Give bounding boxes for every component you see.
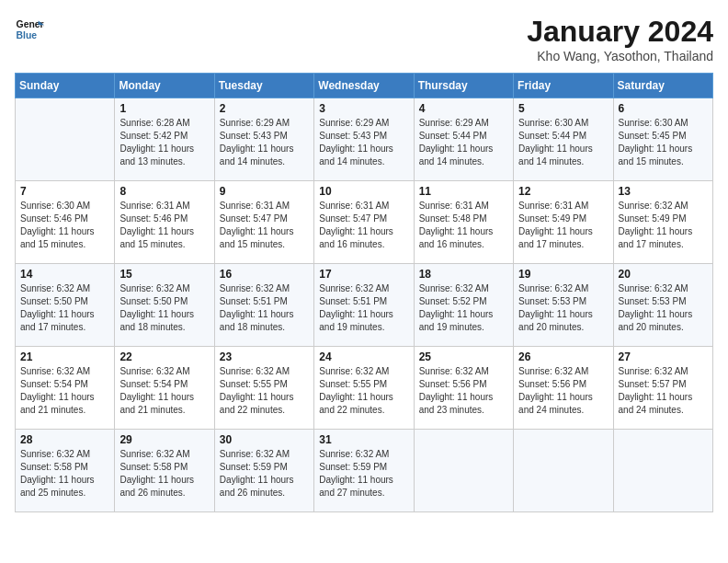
day-info: Sunrise: 6:30 AM Sunset: 5:44 PM Dayligh… <box>518 117 608 168</box>
day-number: 26 <box>518 350 608 363</box>
day-number: 21 <box>20 350 109 363</box>
calendar-day-cell: 12Sunrise: 6:31 AM Sunset: 5:49 PM Dayli… <box>514 181 613 264</box>
day-info: Sunrise: 6:31 AM Sunset: 5:47 PM Dayligh… <box>319 200 408 251</box>
calendar-day-cell: 25Sunrise: 6:32 AM Sunset: 5:56 PM Dayli… <box>414 347 513 430</box>
day-number: 11 <box>419 185 508 198</box>
day-number: 20 <box>619 268 708 281</box>
day-number: 2 <box>220 102 309 115</box>
day-info: Sunrise: 6:32 AM Sunset: 5:51 PM Dayligh… <box>220 282 309 334</box>
day-info: Sunrise: 6:32 AM Sunset: 5:49 PM Dayligh… <box>619 200 708 251</box>
weekday-header-saturday: Saturday <box>613 74 712 98</box>
day-info: Sunrise: 6:29 AM Sunset: 5:44 PM Dayligh… <box>419 117 508 168</box>
calendar-day-cell: 19Sunrise: 6:32 AM Sunset: 5:53 PM Dayli… <box>514 264 613 347</box>
day-number: 1 <box>119 102 209 115</box>
day-number: 22 <box>119 350 209 363</box>
day-info: Sunrise: 6:29 AM Sunset: 5:43 PM Dayligh… <box>220 117 309 168</box>
calendar-week-row: 14Sunrise: 6:32 AM Sunset: 5:50 PM Dayli… <box>16 264 713 347</box>
day-number: 8 <box>119 185 209 198</box>
day-number: 9 <box>220 185 309 198</box>
calendar-day-cell: 28Sunrise: 6:32 AM Sunset: 5:58 PM Dayli… <box>16 430 115 512</box>
day-number: 24 <box>319 350 408 363</box>
weekday-header-row: SundayMondayTuesdayWednesdayThursdayFrid… <box>16 74 713 98</box>
calendar-day-cell: 10Sunrise: 6:31 AM Sunset: 5:47 PM Dayli… <box>314 181 414 264</box>
day-number: 15 <box>119 268 209 281</box>
day-info: Sunrise: 6:29 AM Sunset: 5:43 PM Dayligh… <box>319 117 408 168</box>
day-number: 4 <box>419 102 508 115</box>
calendar-body: 1Sunrise: 6:28 AM Sunset: 5:42 PM Daylig… <box>16 98 713 512</box>
day-info: Sunrise: 6:28 AM Sunset: 5:42 PM Dayligh… <box>119 117 209 168</box>
calendar-day-cell: 3Sunrise: 6:29 AM Sunset: 5:43 PM Daylig… <box>314 98 414 181</box>
day-info: Sunrise: 6:32 AM Sunset: 5:50 PM Dayligh… <box>119 282 209 334</box>
day-info: Sunrise: 6:32 AM Sunset: 5:50 PM Dayligh… <box>20 282 109 334</box>
day-number: 27 <box>619 350 708 363</box>
svg-text:Blue: Blue <box>17 30 38 40</box>
calendar-week-row: 1Sunrise: 6:28 AM Sunset: 5:42 PM Daylig… <box>16 98 713 181</box>
day-number: 16 <box>220 268 309 281</box>
day-info: Sunrise: 6:32 AM Sunset: 5:53 PM Dayligh… <box>619 282 708 334</box>
calendar-title: January 2024 <box>527 15 713 49</box>
calendar-day-cell: 1Sunrise: 6:28 AM Sunset: 5:42 PM Daylig… <box>115 98 214 181</box>
calendar-day-cell: 27Sunrise: 6:32 AM Sunset: 5:57 PM Dayli… <box>613 347 712 430</box>
calendar-day-cell: 29Sunrise: 6:32 AM Sunset: 5:58 PM Dayli… <box>115 430 214 512</box>
day-info: Sunrise: 6:31 AM Sunset: 5:47 PM Dayligh… <box>220 200 309 251</box>
day-info: Sunrise: 6:32 AM Sunset: 5:54 PM Dayligh… <box>20 365 109 417</box>
day-info: Sunrise: 6:32 AM Sunset: 5:56 PM Dayligh… <box>419 365 508 417</box>
day-info: Sunrise: 6:32 AM Sunset: 5:51 PM Dayligh… <box>319 282 408 334</box>
calendar-week-row: 21Sunrise: 6:32 AM Sunset: 5:54 PM Dayli… <box>16 347 713 430</box>
header: General Blue January 2024 Kho Wang, Yaso… <box>15 15 713 63</box>
weekday-header-friday: Friday <box>514 74 613 98</box>
calendar-day-cell <box>514 430 613 512</box>
weekday-header-sunday: Sunday <box>16 74 115 98</box>
calendar-day-cell <box>16 98 115 181</box>
day-info: Sunrise: 6:31 AM Sunset: 5:48 PM Dayligh… <box>419 200 508 251</box>
calendar-day-cell: 5Sunrise: 6:30 AM Sunset: 5:44 PM Daylig… <box>514 98 613 181</box>
day-number: 13 <box>619 185 708 198</box>
title-area: January 2024 Kho Wang, Yasothon, Thailan… <box>527 15 713 63</box>
day-number: 25 <box>419 350 508 363</box>
calendar-day-cell: 21Sunrise: 6:32 AM Sunset: 5:54 PM Dayli… <box>16 347 115 430</box>
day-number: 3 <box>319 102 408 115</box>
calendar-day-cell: 20Sunrise: 6:32 AM Sunset: 5:53 PM Dayli… <box>613 264 712 347</box>
day-number: 31 <box>319 433 408 446</box>
calendar-day-cell: 24Sunrise: 6:32 AM Sunset: 5:55 PM Dayli… <box>314 347 414 430</box>
day-info: Sunrise: 6:32 AM Sunset: 5:57 PM Dayligh… <box>619 365 708 417</box>
weekday-header-tuesday: Tuesday <box>214 74 313 98</box>
day-info: Sunrise: 6:30 AM Sunset: 5:45 PM Dayligh… <box>619 117 708 168</box>
day-info: Sunrise: 6:32 AM Sunset: 5:52 PM Dayligh… <box>419 282 508 334</box>
day-number: 29 <box>119 433 209 446</box>
day-info: Sunrise: 6:32 AM Sunset: 5:53 PM Dayligh… <box>518 282 608 334</box>
weekday-header-monday: Monday <box>115 74 214 98</box>
day-info: Sunrise: 6:32 AM Sunset: 5:58 PM Dayligh… <box>119 448 209 500</box>
calendar-day-cell: 17Sunrise: 6:32 AM Sunset: 5:51 PM Dayli… <box>314 264 414 347</box>
calendar-day-cell: 11Sunrise: 6:31 AM Sunset: 5:48 PM Dayli… <box>414 181 513 264</box>
calendar-day-cell: 16Sunrise: 6:32 AM Sunset: 5:51 PM Dayli… <box>214 264 313 347</box>
calendar-day-cell <box>613 430 712 512</box>
day-number: 6 <box>619 102 708 115</box>
day-number: 28 <box>20 433 109 446</box>
day-info: Sunrise: 6:30 AM Sunset: 5:46 PM Dayligh… <box>20 200 109 251</box>
calendar-week-row: 28Sunrise: 6:32 AM Sunset: 5:58 PM Dayli… <box>16 430 713 512</box>
calendar-day-cell: 4Sunrise: 6:29 AM Sunset: 5:44 PM Daylig… <box>414 98 513 181</box>
day-number: 5 <box>518 102 608 115</box>
logo: General Blue <box>15 15 44 44</box>
calendar-day-cell: 2Sunrise: 6:29 AM Sunset: 5:43 PM Daylig… <box>214 98 313 181</box>
day-info: Sunrise: 6:32 AM Sunset: 5:59 PM Dayligh… <box>319 448 408 500</box>
calendar-subtitle: Kho Wang, Yasothon, Thailand <box>527 49 713 63</box>
logo-icon: General Blue <box>15 15 44 44</box>
weekday-header-wednesday: Wednesday <box>314 74 414 98</box>
day-number: 14 <box>20 268 109 281</box>
day-info: Sunrise: 6:31 AM Sunset: 5:49 PM Dayligh… <box>518 200 608 251</box>
day-number: 12 <box>518 185 608 198</box>
day-number: 30 <box>220 433 309 446</box>
calendar-day-cell: 6Sunrise: 6:30 AM Sunset: 5:45 PM Daylig… <box>613 98 712 181</box>
day-number: 23 <box>220 350 309 363</box>
calendar-day-cell: 23Sunrise: 6:32 AM Sunset: 5:55 PM Dayli… <box>214 347 313 430</box>
day-info: Sunrise: 6:31 AM Sunset: 5:46 PM Dayligh… <box>119 200 209 251</box>
day-number: 18 <box>419 268 508 281</box>
calendar-day-cell <box>414 430 513 512</box>
calendar-day-cell: 8Sunrise: 6:31 AM Sunset: 5:46 PM Daylig… <box>115 181 214 264</box>
calendar-day-cell: 31Sunrise: 6:32 AM Sunset: 5:59 PM Dayli… <box>314 430 414 512</box>
day-info: Sunrise: 6:32 AM Sunset: 5:54 PM Dayligh… <box>119 365 209 417</box>
calendar-week-row: 7Sunrise: 6:30 AM Sunset: 5:46 PM Daylig… <box>16 181 713 264</box>
day-number: 7 <box>20 185 109 198</box>
